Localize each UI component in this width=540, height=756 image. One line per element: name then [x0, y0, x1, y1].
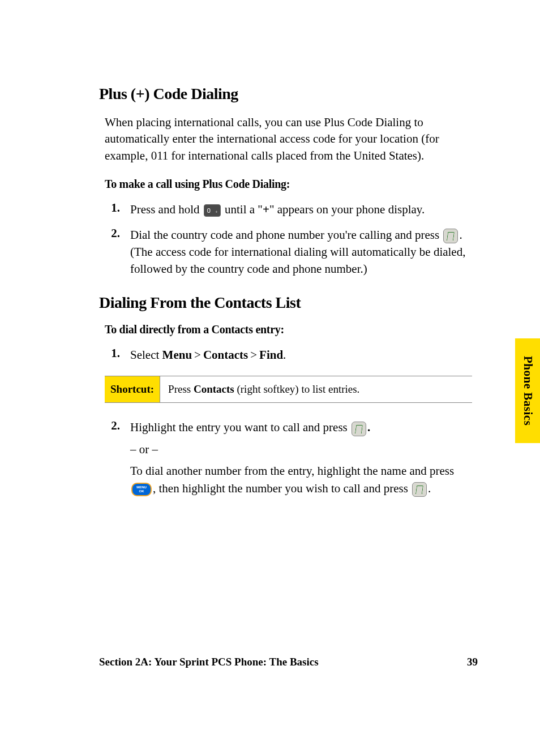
talk-key-icon: [352, 422, 366, 436]
step-2: 2. Highlight the entry you want to call …: [105, 419, 478, 501]
find-label: Find: [259, 348, 283, 362]
heading-contacts-list: Dialing From the Contacts List: [99, 294, 478, 312]
step-number: 1.: [105, 346, 130, 363]
separator: >: [248, 348, 259, 362]
section-tab: Phone Basics: [515, 338, 540, 443]
steps-plus-code: 1. Press and hold until a "+" appears on…: [105, 201, 478, 278]
shortcut-box: Shortcut: Press Contacts (right softkey)…: [105, 376, 472, 403]
contacts-softkey: Contacts: [194, 383, 234, 395]
text-fragment: Dial the country code and phone number y…: [130, 228, 442, 242]
step-number: 2.: [105, 226, 130, 278]
shortcut-body: Press Contacts (right softkey) to list e…: [160, 376, 367, 402]
shortcut-label: Shortcut:: [105, 376, 160, 402]
steps-contacts: 1. Select Menu>Contacts>Find.: [105, 346, 478, 363]
talk-key-icon: [443, 229, 458, 243]
or-separator: – or –: [130, 441, 478, 458]
subhead-plus-code: To make a call using Plus Code Dialing:: [105, 178, 478, 191]
step-text: Select Menu>Contacts>Find.: [130, 346, 478, 363]
step-number: 1.: [105, 201, 130, 218]
step-2: 2. Dial the country code and phone numbe…: [105, 226, 478, 278]
step-1: 1. Select Menu>Contacts>Find.: [105, 346, 478, 363]
text-fragment: , then highlight the number you wish to …: [153, 482, 411, 495]
text-fragment: Press and hold: [130, 203, 203, 216]
step-text: Press and hold until a "+" appears on yo…: [130, 201, 478, 218]
contacts-label: Contacts: [203, 348, 248, 362]
section-tab-label: Phone Basics: [521, 356, 535, 426]
text-fragment: Highlight the entry you want to call and…: [130, 420, 350, 434]
menu-label: Menu: [162, 348, 192, 362]
step-1: 1. Press and hold until a "+" appears on…: [105, 201, 478, 218]
text-fragment: Select: [130, 348, 162, 362]
step-text: Highlight the entry you want to call and…: [130, 419, 478, 501]
steps-contacts-2: 2. Highlight the entry you want to call …: [105, 419, 478, 501]
text-fragment: .: [428, 482, 431, 495]
page-footer: Section 2A: Your Sprint PCS Phone: The B…: [99, 656, 478, 668]
step-number: 2.: [105, 419, 130, 501]
heading-plus-code: Plus (+) Code Dialing: [99, 85, 478, 103]
talk-key-icon: [412, 482, 427, 497]
menu-ok-key-icon: [131, 483, 152, 496]
footer-section-title: Section 2A: Your Sprint PCS Phone: The B…: [99, 656, 319, 668]
text-fragment: until a ": [222, 203, 263, 216]
text-fragment: .: [283, 348, 286, 362]
text-fragment: Press: [168, 383, 194, 395]
text-fragment: (right softkey) to list entries.: [234, 383, 360, 395]
plus-symbol: +: [263, 203, 269, 216]
intro-paragraph: When placing international calls, you ca…: [105, 114, 478, 164]
text-fragment: " appears on your phone display.: [269, 203, 425, 216]
text-fragment: To dial another number from the entry, h…: [130, 464, 454, 478]
separator: >: [192, 348, 203, 362]
zero-key-icon: [204, 204, 221, 217]
period: .: [367, 420, 370, 434]
page-number: 39: [467, 656, 478, 668]
subhead-contacts: To dial directly from a Contacts entry:: [105, 323, 478, 336]
step-text: Dial the country code and phone number y…: [130, 226, 478, 278]
